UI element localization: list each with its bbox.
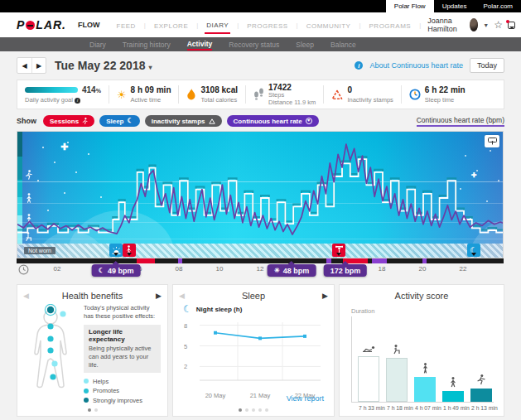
tab-polar-com[interactable]: Polar.com [475, 0, 521, 12]
marker-pointer [127, 253, 132, 258]
card-title: Sleep [173, 285, 334, 301]
warning-triangle-icon [331, 89, 343, 100]
legend-strongly-improves: Strongly improves [84, 397, 161, 404]
subnav-training-history[interactable]: Training history [123, 39, 171, 50]
about-chr-link[interactable]: About Continuous heart rate [369, 61, 463, 70]
sleep-moon-icon[interactable]: ☾ [467, 244, 480, 257]
info-icon: i [355, 61, 363, 70]
legend-dot [84, 379, 89, 384]
nav-feed[interactable]: FEED [115, 17, 137, 33]
body-figure [26, 304, 77, 405]
logo-text-rest: LAR. [36, 18, 66, 31]
moon-icon: ☾ [183, 304, 192, 314]
pill-label: Sleep [106, 118, 123, 125]
legend-label: Strongly improves [93, 397, 142, 404]
walk-session-icon[interactable] [123, 244, 136, 257]
chart-axis-label: Continuous heart rate (bpm) [417, 116, 504, 127]
nav-programs[interactable]: PROGRAMS [368, 17, 413, 33]
nav-explore[interactable]: EXPLORE [152, 17, 190, 33]
avatar[interactable] [470, 18, 479, 31]
site-switch-bar: Polar Flow Updates Polar.com [0, 0, 521, 12]
notifications-icon[interactable] [508, 22, 515, 29]
subnav-sleep[interactable]: Sleep [296, 39, 314, 50]
duration-bar [470, 389, 492, 402]
time-tick-label: 12 [257, 265, 264, 273]
subnav-diary[interactable]: Diary [89, 39, 106, 50]
pill-sessions[interactable]: Sessions [43, 115, 94, 127]
nav-community[interactable]: COMMUNITY [305, 17, 353, 33]
card-title: Activity score [340, 285, 504, 301]
summary-cards-row: ◀ Health benefits ▶ [17, 284, 504, 417]
nav-progress[interactable]: PROGRESS [245, 17, 289, 33]
benefit-highlight-box[interactable]: Longer life expectancy Being physically … [84, 325, 161, 372]
pagination-dot[interactable] [245, 408, 248, 412]
export-chart-icon[interactable] [485, 135, 499, 147]
time-tick-label: 18 [379, 265, 386, 273]
night-sleep-chart: 85220 May21 May22 May [195, 317, 326, 389]
card-next-icon[interactable]: ▶ [322, 292, 328, 300]
active-time-label: Active time [131, 96, 171, 104]
clock-icon[interactable] [18, 264, 29, 275]
pagination-dot[interactable] [239, 408, 242, 412]
distance-label: Distance 11.9 km [268, 99, 316, 107]
today-button[interactable]: Today [470, 58, 504, 73]
subnav-activity[interactable]: Activity [187, 38, 213, 51]
footsteps-icon [253, 88, 264, 101]
pill-sleep[interactable]: Sleep☾ [99, 115, 140, 127]
polar-logo[interactable]: PLAR. [17, 18, 66, 31]
marker-pointer [471, 253, 476, 258]
health-intro-text: Today's physical activity has these posi… [84, 304, 161, 321]
card-pagination [17, 408, 167, 412]
warning-icon [209, 118, 215, 124]
subnav-recovery-status[interactable]: Recovery status [229, 39, 279, 50]
legend-label: Promotes [93, 387, 119, 394]
pill-label: Inactivity stamps [152, 118, 205, 125]
legend-dot [84, 389, 89, 393]
duration-bar-label: 1 h 49 min [443, 405, 465, 411]
sun-icon: ☀ [274, 267, 280, 274]
prev-day-button[interactable]: ◀ [17, 58, 31, 73]
strength-session-icon[interactable] [332, 244, 345, 257]
date-title[interactable]: Tue May 22 2018 ▾ [55, 59, 152, 72]
wake-sunrise-icon[interactable] [109, 244, 123, 257]
tab-updates[interactable]: Updates [434, 0, 475, 12]
view-report-link[interactable]: View report [287, 394, 324, 403]
benefit-dot [50, 374, 55, 379]
tab-polar-flow[interactable]: Polar Flow [386, 0, 434, 12]
notification-dot [506, 20, 509, 23]
stat-inactivity-stamps: 0Inactivity stamps [324, 85, 400, 104]
nav-diary[interactable]: DIARY [205, 17, 230, 34]
main-nav: FEED| EXPLORE| DIARY| PROGRESS| COMMUNIT… [115, 17, 428, 34]
main-header: PLAR. FLOW FEED| EXPLORE| DIARY| PROGRES… [0, 12, 521, 37]
pill-inactivity-stamps[interactable]: Inactivity stamps [145, 115, 222, 127]
date-text: Tue May 22 2018 [55, 59, 145, 72]
next-day-button[interactable]: ▶ [31, 58, 46, 73]
pagination-dot[interactable] [258, 408, 262, 412]
chevron-down-icon[interactable]: ▼ [483, 22, 489, 28]
card-prev-icon[interactable]: ◀ [23, 292, 29, 300]
benefit-dot [47, 336, 53, 341]
favorites-star-icon[interactable]: ☆ [494, 20, 503, 30]
pagination-dot[interactable] [88, 408, 91, 412]
chart-plot-area[interactable]: ✚ ✚ Not worn [17, 131, 504, 258]
info-icon[interactable]: i [75, 98, 80, 104]
sleep-card: ◀ Sleep ▶ ☾ Night sleep (h) 85220 May21 … [172, 284, 335, 417]
polar-flow-activity-page: Polar Flow Updates Polar.com PLAR. FLOW … [0, 0, 521, 420]
legend-helps: Helps [84, 378, 161, 385]
time-axis: 0204060810121416182022 [17, 263, 504, 277]
goal-value: 414 [82, 85, 96, 94]
subnav-balance[interactable]: Balance [330, 39, 356, 50]
time-tick-label: 02 [54, 265, 61, 273]
pagination-dot[interactable] [94, 408, 98, 412]
not-worn-label: Not worn [24, 247, 55, 254]
card-prev-icon[interactable]: ◀ [179, 292, 185, 300]
pagination-dot[interactable] [265, 408, 268, 412]
sleep-y-tick: 5 [184, 342, 187, 350]
user-name[interactable]: Joanna Hamilton [427, 17, 464, 33]
duration-axis-label: Duration [340, 301, 504, 315]
pagination-dot[interactable] [252, 408, 255, 412]
card-next-icon[interactable]: ▶ [156, 292, 162, 300]
flow-wordmark: FLOW [78, 21, 100, 29]
pill-continuous-heart-rate[interactable]: Continuous heart rate♥ [227, 115, 319, 127]
logo-o-icon [26, 21, 35, 30]
